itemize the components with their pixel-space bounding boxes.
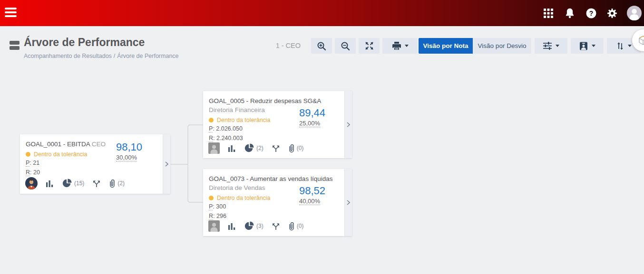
real-metric: R: 296 <box>209 212 339 221</box>
attachment-clip-icon[interactable]: (0) <box>288 144 304 153</box>
attachment-clip-icon[interactable]: (2) <box>109 179 125 188</box>
weight-value: 25,00% <box>299 120 320 127</box>
performance-tree-app: ? <box>0 0 644 274</box>
pie-chart-icon[interactable]: (15) <box>62 178 84 189</box>
score-block: 89,44 25,00% <box>299 107 325 127</box>
weight-value: 40,00% <box>299 198 320 205</box>
weight-value: 30,00% <box>116 154 137 161</box>
expand-children-button[interactable] <box>344 91 352 158</box>
attachment-count: (0) <box>297 223 304 229</box>
split-tree-icon[interactable] <box>272 222 280 230</box>
pie-chart-icon[interactable]: (2) <box>244 143 263 153</box>
status-dot <box>209 118 214 123</box>
goal-org: Diretoria de Vendas <box>209 184 265 191</box>
goal-org: Diretoria Financeira <box>209 106 265 113</box>
bar-chart-icon[interactable] <box>46 180 54 188</box>
score-value: 89,44 <box>299 107 325 119</box>
split-tree-icon[interactable] <box>272 144 280 152</box>
expand-children-button[interactable] <box>163 134 170 194</box>
real-metric: R: 2.240.003 <box>209 134 339 143</box>
bar-chart-icon[interactable] <box>228 144 236 152</box>
goal-card-0001[interactable]: GOAL_0001 - EBITDA CEO Dentro da tolerân… <box>20 134 170 194</box>
pie-count: (3) <box>256 223 263 229</box>
status-label: Dentro da tolerância <box>34 151 88 158</box>
bar-chart-icon[interactable] <box>228 222 236 230</box>
score-block: 98,10 30,00% <box>116 142 142 161</box>
split-tree-icon[interactable] <box>92 180 101 188</box>
attachment-count: (0) <box>297 145 304 151</box>
status-label: Dentro da tolerância <box>217 195 271 201</box>
attachment-count: (2) <box>117 180 125 187</box>
chevron-right-icon <box>165 161 168 167</box>
responsible-avatar[interactable] <box>208 220 220 232</box>
goal-card-0073[interactable]: GOAL_0073 - Aumentar as vendas líquidas … <box>203 169 352 236</box>
attachment-clip-icon[interactable]: (0) <box>288 222 304 231</box>
pie-count: (15) <box>74 180 84 187</box>
chevron-right-icon <box>347 122 350 127</box>
goal-org: CEO <box>92 141 106 148</box>
score-block: 98,52 40,00% <box>299 185 325 205</box>
expand-children-button[interactable] <box>344 169 352 236</box>
chevron-right-icon <box>347 200 350 205</box>
responsible-avatar[interactable] <box>208 142 220 154</box>
pie-chart-icon[interactable]: (3) <box>244 221 263 231</box>
goal-card-0005[interactable]: GOAL_0005 - Reduzir despesas SG&A Direto… <box>203 91 352 158</box>
real-metric: R: 20 <box>26 168 157 177</box>
responsible-avatar[interactable] <box>25 177 38 189</box>
pie-count: (2) <box>256 145 263 151</box>
score-value: 98,10 <box>116 142 142 153</box>
assistant-cube-icon <box>638 35 644 46</box>
score-value: 98,52 <box>299 185 325 197</box>
status-dot <box>209 196 214 200</box>
status-dot <box>26 152 30 157</box>
status-label: Dentro da tolerância <box>217 117 271 123</box>
